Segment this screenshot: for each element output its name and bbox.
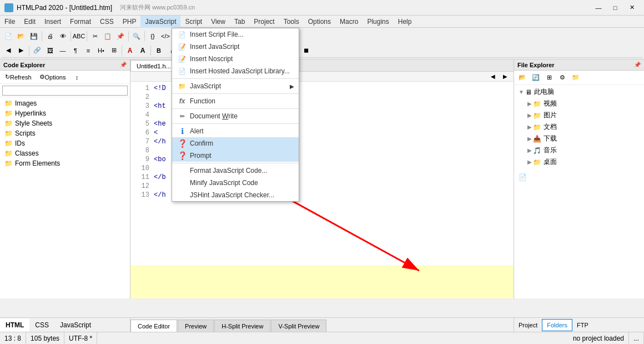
file-tree-item-computer[interactable]: ▼ 🖥 此电脑 [514,86,644,98]
bgcolor-button[interactable]: ◼ [300,44,312,57]
pin-icon[interactable]: 📌 [634,62,641,68]
file-tree-item-empty[interactable]: 📄 [514,172,644,182]
menu-macro[interactable]: Macro [335,16,363,28]
bottom-tab-code-editor[interactable]: Code Editor [130,320,177,332]
table-button[interactable]: ⊞ [108,44,120,57]
font-color-button[interactable]: A [124,44,136,57]
menu-file[interactable]: File [0,16,19,28]
lang-tab-css[interactable]: CSS [29,318,54,332]
menu-javascript[interactable]: JavaScript [140,16,180,28]
menu-item-function[interactable]: fx Function [172,95,299,107]
bottom-tab-vsplit[interactable]: V-Split Preview [271,320,326,332]
new-button[interactable]: 📄 [2,30,14,42]
menu-item-confirm[interactable]: ❓ Confirm [172,137,299,149]
find-button[interactable]: 🔍 [130,30,143,42]
print-button[interactable]: 🖨 [44,30,56,42]
menu-item-insert-script-file[interactable]: 📄 Insert Script File... [172,28,299,41]
save-button[interactable]: 💾 [28,30,40,42]
file-tree-item-desktop[interactable]: ▶ 📁 桌面 [514,156,644,168]
menu-item-prompt[interactable]: ❓ Prompt [172,149,299,162]
link-button[interactable]: 🔗 [31,44,43,57]
paste-button[interactable]: 📌 [114,30,127,42]
close-button[interactable]: ✕ [624,2,640,13]
right-tab-folders[interactable]: Folders [542,319,572,331]
fe-view-button[interactable]: ⊞ [543,72,555,84]
menu-item-jshint[interactable]: JSHint JavaScript Checker... [172,189,299,201]
expand-icon: ▶ [527,124,532,130]
fe-refresh-button[interactable]: 🔄 [530,72,542,84]
file-tree-item-music[interactable]: ▶ 🎵 音乐 [514,144,644,156]
options-button[interactable]: ⚙ Options [37,71,69,83]
refresh-button[interactable]: ↻ Refresh [2,71,34,83]
menu-help[interactable]: Help [394,16,416,28]
forward-button[interactable]: ▶ [15,44,27,57]
fe-folder-open-button[interactable]: 📂 [516,72,529,84]
menu-item-insert-hosted[interactable]: 📄 Insert Hosted JavaScript Library... [172,65,299,77]
hr-button[interactable]: — [57,44,69,57]
menu-options[interactable]: Options [304,16,335,28]
menu-item-insert-noscript[interactable]: 📝 Insert Noscript [172,53,299,65]
menu-script[interactable]: Script [180,16,207,28]
file-tree-item-pictures[interactable]: ▶ 📁 图片 [514,109,644,121]
preview-button[interactable]: 👁 [57,30,69,42]
bold-button[interactable]: B [153,44,165,57]
file-tree-item-video[interactable]: ▶ 📁 视频 [514,98,644,109]
bottom-tab-hsplit[interactable]: H-Split Preview [214,320,270,332]
lang-tab-html[interactable]: HTML [0,318,29,332]
copy-button[interactable]: 📋 [102,30,114,42]
braces-button[interactable]: {} [147,30,159,42]
menu-item-document-write[interactable]: ✏ Document Write [172,110,299,122]
list-button[interactable]: ≡ [82,44,94,57]
right-tab-project[interactable]: Project [514,319,542,331]
cut-button[interactable]: ✂ [89,30,101,42]
fe-newfolder-button[interactable]: 📁 [570,72,582,84]
lang-tab-javascript[interactable]: JavaScript [54,318,97,332]
editor-tab-untitled1[interactable]: Untitled1.h... [130,60,177,71]
tree-item-scripts[interactable]: 📁 Scripts [0,128,130,138]
tree-item-ids[interactable]: 📁 IDs [0,138,130,148]
tree-item-images[interactable]: 📁 Images [0,98,130,108]
menu-php[interactable]: PHP [118,16,141,28]
menu-format[interactable]: Format [66,16,95,28]
bottom-tab-preview[interactable]: Preview [178,320,214,332]
menu-item-javascript-submenu[interactable]: 📁 JavaScript ▶ [172,80,299,92]
h-button[interactable]: H• [95,44,107,57]
nav-left-button[interactable]: ◀ [487,71,499,83]
menu-item-alert[interactable]: ℹ Alert [172,125,299,137]
menu-edit[interactable]: Edit [19,16,40,28]
spell-button[interactable]: ABC [73,30,85,42]
menu-project[interactable]: Project [249,16,279,28]
tree-item-classes[interactable]: 📁 Classes [0,148,130,158]
search-input[interactable] [2,86,128,96]
tree-item-hyperlinks[interactable]: 📁 Hyperlinks [0,108,130,118]
menu-insert[interactable]: Insert [40,16,66,28]
noscript-icon: 📝 [177,54,188,63]
menu-plugins[interactable]: Plugins [363,16,393,28]
status-encoding: UTF-8 * [64,332,97,344]
menu-tools[interactable]: Tools [279,16,304,28]
maximize-button[interactable]: □ [607,2,623,13]
file-tree-item-docs[interactable]: ▶ 📁 文档 [514,121,644,133]
menu-view[interactable]: View [207,16,230,28]
p-button[interactable]: ¶ [69,44,82,57]
sort-button[interactable]: ↕ [71,71,83,83]
font-size-button[interactable]: A [137,44,149,57]
menu-item-minify-js[interactable]: Minify JavaScript Code [172,177,299,189]
pin-icon[interactable]: 📌 [120,62,127,68]
minimize-button[interactable]: — [591,2,606,13]
image-button[interactable]: 🖼 [44,44,56,57]
open-button[interactable]: 📂 [15,30,27,42]
menu-css[interactable]: CSS [95,16,118,28]
menu-tab[interactable]: Tab [230,16,249,28]
back-button[interactable]: ◀ [2,44,14,57]
fe-settings-button[interactable]: ⚙ [556,72,568,84]
right-tab-ftp[interactable]: FTP [572,319,593,331]
tree-item-form-elements[interactable]: 📁 Form Elements [0,158,130,168]
menu-item-insert-javascript[interactable]: 📝 Insert JavaScript [172,41,299,53]
menu-item-format-js[interactable]: Format JavaScript Code... [172,164,299,177]
status-size: 105 bytes [26,332,64,344]
nav-right-button[interactable]: ▶ [499,71,511,83]
file-tree-item-downloads[interactable]: ▶ 📥 下载 [514,133,644,144]
tree-item-stylesheets[interactable]: 📁 Style Sheets [0,118,130,128]
tag-close-button[interactable]: </> [159,30,172,42]
